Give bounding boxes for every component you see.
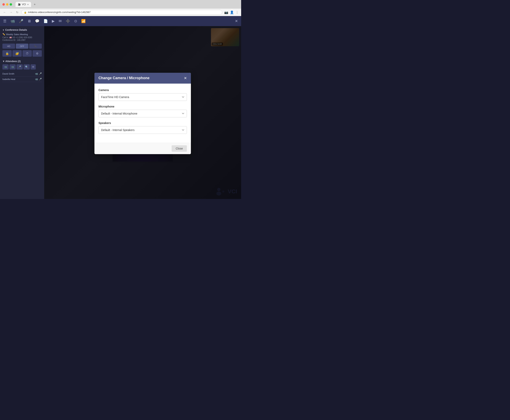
attendee-video-off-btn[interactable]: 📹 <box>9 64 16 69</box>
attendee-mic-icon: 🎤 <box>39 72 42 75</box>
modal-header: Change Camera / Microphone ✕ <box>94 73 191 84</box>
maximize-window-button[interactable] <box>10 3 12 6</box>
chat-icon[interactable]: 💬 <box>35 19 39 23</box>
active-tab[interactable]: 🎥 VCI ✕ <box>15 2 31 7</box>
meeting-info: ✏️ Weekly Sales Meeting Call In: 🇺🇸 US +… <box>2 33 42 41</box>
camera-form-group: Camera FaceTime HD Camera <box>98 88 187 101</box>
camera-label: Camera <box>98 88 187 92</box>
email-icon[interactable]: ✉ <box>59 19 62 23</box>
attendee-video-all-btn[interactable]: 📹 <box>2 64 9 69</box>
microphone-select[interactable]: Default - Internal Microphone <box>98 110 187 117</box>
attendees-header: ▼ Attendees (2) <box>2 60 42 63</box>
browser-chrome: 🎥 VCI ✕ + ← → ↻ 🔒 m4demo.videoconferenci… <box>0 0 241 16</box>
mic-icon[interactable]: 🎤 <box>19 19 23 23</box>
toolbar: ☰ 📹 🎤 🖥 💬 📄 ▶ ✉ ➕ ⊙ 📶 ✕ <box>0 16 241 26</box>
forward-button[interactable]: → <box>9 10 13 14</box>
refresh-button[interactable]: ↻ <box>15 10 19 14</box>
url-text: m4demo.videoconferencinginfo.com/meeting… <box>28 11 91 14</box>
tab-close-button[interactable]: ✕ <box>27 3 29 6</box>
attendee-row: Isabella Heal 📹 🎤 <box>2 76 42 82</box>
minimize-window-button[interactable] <box>6 3 8 6</box>
attendee-name: David Smith <box>2 73 35 75</box>
meeting-title: ✏️ Weekly Sales Meeting <box>2 33 42 36</box>
attendee-name: Isabella Heal <box>2 78 35 80</box>
lock-icon: 🔒 <box>24 11 27 14</box>
attendee-search-btn[interactable]: 🔍 <box>23 64 30 69</box>
sidebar-icon-buttons: 🔒 🔐 ⏱ ⚙ <box>2 50 42 57</box>
close-window-button[interactable] <box>2 3 5 6</box>
tab-bar: 🎥 VCI ✕ + <box>15 2 37 7</box>
back-button[interactable]: ← <box>2 10 7 14</box>
modal-title: Change Camera / Microphone <box>98 76 150 80</box>
security-button[interactable]: 🔐 <box>12 50 22 57</box>
browser-addressbar: ← → ↻ 🔒 m4demo.videoconferencinginfo.com… <box>0 9 241 16</box>
speakers-select[interactable]: Default - Internal Speakers <box>98 126 187 134</box>
chevron-down-icon: ▼ <box>2 29 4 31</box>
settings-button[interactable]: ⚙ <box>33 50 42 57</box>
modal-close-button[interactable]: ✕ <box>184 76 187 80</box>
attendee-camera-icon: 📹 <box>35 72 38 75</box>
control-buttons: HD OFF 📞 <box>2 44 42 49</box>
app-container: ☰ 📹 🎤 🖥 💬 📄 ▶ ✉ ➕ ⊙ 📶 ✕ ▼ Conference Det… <box>0 16 241 199</box>
main-layout: ▼ Conference Details ✏️ Weekly Sales Mee… <box>0 26 241 199</box>
attendee-icons: 📹 🎤 <box>35 78 42 81</box>
add-icon[interactable]: ➕ <box>66 19 70 23</box>
attendee-mic-btn[interactable]: 🎤 <box>16 64 23 69</box>
modal-footer: Close <box>94 143 191 154</box>
attendee-row: David Smith 📹 🎤 <box>2 71 42 76</box>
lock-button[interactable]: 🔒 <box>2 50 12 57</box>
microphone-label: Microphone <box>98 105 187 108</box>
attendee-icons: 📹 🎤 <box>35 72 42 75</box>
sidebar: ▼ Conference Details ✏️ Weekly Sales Mee… <box>0 26 44 199</box>
call-in-info: Call In: 🇺🇸 US +1 (206) 928-9280 <box>2 36 42 38</box>
close-button[interactable]: Close <box>172 145 187 152</box>
tab-favicon: 🎥 <box>18 3 21 6</box>
signal-icon[interactable]: 📶 <box>81 19 86 23</box>
attendee-message-btn[interactable]: ✉ <box>30 64 36 69</box>
attendee-mic-icon: 🎤 <box>39 78 42 81</box>
address-bar[interactable]: 🔒 m4demo.videoconferencinginfo.com/meeti… <box>21 10 222 15</box>
speakers-label: Speakers <box>98 121 187 125</box>
change-camera-microphone-modal: Change Camera / Microphone ✕ Camera Face… <box>94 73 191 154</box>
new-tab-button[interactable]: + <box>32 3 37 6</box>
hd-button[interactable]: HD <box>2 44 15 49</box>
attendees-section: ▼ Attendees (2) 📹 📹 🎤 🔍 ✉ David Smith 📹 <box>2 60 42 82</box>
browser-actions: 📷 👤 ⋮ <box>224 10 239 14</box>
attendee-controls: 📹 📹 🎤 🔍 ✉ <box>2 64 42 69</box>
tab-title: VCI <box>22 3 26 6</box>
modal-overlay: Change Camera / Microphone ✕ Camera Face… <box>44 26 241 199</box>
video-icon[interactable]: 📹 <box>10 19 15 23</box>
conference-details-label: Conference Details <box>5 29 27 31</box>
browser-menu-button[interactable]: ⋮ <box>235 10 239 14</box>
timer-button[interactable]: ⏱ <box>22 50 32 57</box>
camera-toolbar-icon[interactable]: 📷 <box>224 10 228 14</box>
edit-icon: ✏️ <box>2 33 5 36</box>
camera-select[interactable]: FaceTime HD Camera <box>98 93 187 101</box>
screen-share-icon[interactable]: 🖥 <box>27 19 31 23</box>
conference-details-header: ▼ Conference Details <box>2 29 42 31</box>
speakers-form-group: Speakers Default - Internal Speakers <box>98 121 187 134</box>
play-icon[interactable]: ▶ <box>52 19 55 23</box>
attendee-camera-icon: 📹 <box>35 78 38 81</box>
record-icon[interactable]: ⊙ <box>74 19 77 23</box>
off-button[interactable]: OFF <box>16 44 29 49</box>
account-button[interactable]: 👤 <box>230 10 234 14</box>
browser-titlebar: 🎥 VCI ✕ + <box>0 0 241 9</box>
attendee-list: David Smith 📹 🎤 Isabella Heal 📹 🎤 <box>2 71 42 82</box>
document-icon[interactable]: 📄 <box>43 19 48 23</box>
video-area: Chris Smith VCI <box>44 26 241 199</box>
modal-body: Camera FaceTime HD Camera Microphone Def… <box>94 84 191 143</box>
conference-id: Conference ID : 146-2987 <box>2 39 42 41</box>
menu-icon[interactable]: ☰ <box>3 19 7 23</box>
flag-icon: 🇺🇸 <box>9 36 12 38</box>
close-app-button[interactable]: ✕ <box>235 19 238 23</box>
traffic-lights <box>2 3 12 6</box>
call-button[interactable]: 📞 <box>29 44 42 49</box>
microphone-form-group: Microphone Default - Internal Microphone <box>98 105 187 117</box>
chevron-down-icon: ▼ <box>2 60 5 63</box>
